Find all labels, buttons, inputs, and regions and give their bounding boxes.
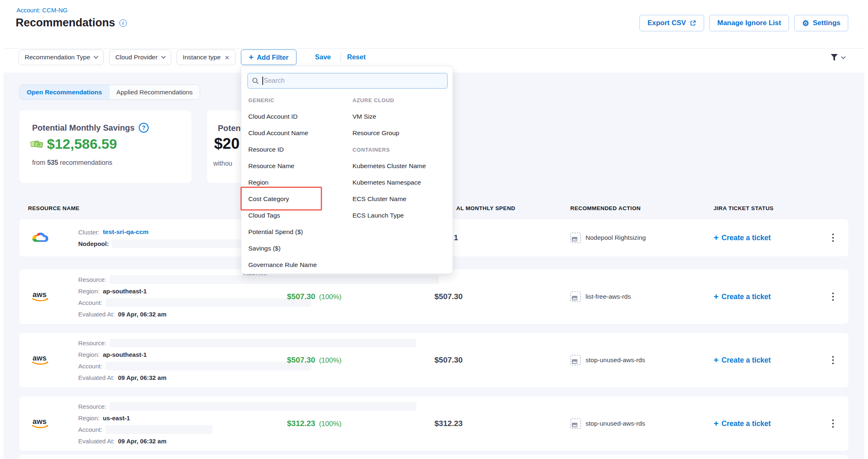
breadcrumb[interactable]: Account: CCM-NG <box>16 7 68 14</box>
filter-option-governance-rule-name[interactable]: Governance Rule Name <box>248 257 351 273</box>
pill-label: Recommendation Type <box>25 54 90 61</box>
settings-button[interactable]: ⚙ Settings <box>794 15 848 31</box>
create-ticket-link[interactable]: + Create a ticket <box>714 292 771 302</box>
filter-option-cloud-account-id[interactable]: Cloud Account ID <box>248 108 351 125</box>
filter-search[interactable] <box>247 73 448 89</box>
help-icon[interactable]: ? <box>139 123 149 133</box>
table-row[interactable]: aws Resource: Region: ap-southeast-1 Acc… <box>19 333 848 387</box>
svg-text:aws: aws <box>33 354 47 362</box>
chevron-down-icon <box>93 54 98 59</box>
cluster-link[interactable]: test-sri-qa-ccm <box>103 228 149 236</box>
filter-option-kubernetes-namespace[interactable]: Kubernetes Namespace <box>352 174 451 191</box>
filter-option-resource-id[interactable]: Resource ID <box>248 141 351 158</box>
region-value: ap-southeast-1 <box>103 351 147 358</box>
region-value: ap-southeast-1 <box>103 288 147 295</box>
filter-option-resource-name[interactable]: Resource Name <box>248 158 351 174</box>
plus-icon: + <box>714 419 719 429</box>
gcp-icon <box>31 230 48 246</box>
plus-icon: + <box>714 355 719 365</box>
evaluated-at-label: Evaluated At: <box>78 311 114 318</box>
recommended-action-label: Nodepool Rightsizing <box>586 234 646 241</box>
cluster-label: Cluster: <box>78 229 100 236</box>
potential-savings-value: $507.30 <box>287 292 315 301</box>
spend-card-title-fragment: Poten <box>218 124 241 133</box>
filter-option-ecs-launch-type[interactable]: ECS Launch Type <box>352 207 451 224</box>
filter-pill-cloud-provider[interactable]: Cloud Provider <box>109 49 171 65</box>
potential-savings-percent: (100%) <box>319 420 342 428</box>
save-filter-link[interactable]: Save <box>315 53 331 61</box>
create-ticket-link[interactable]: + Create a ticket <box>714 233 771 243</box>
create-ticket-link[interactable]: + Create a ticket <box>714 355 771 365</box>
resource-label: Resource: <box>78 276 106 283</box>
redacted-account-value <box>105 298 311 307</box>
filter-panel-toggle[interactable] <box>830 54 845 62</box>
section-title-containers: CONTAINERS <box>352 141 451 158</box>
account-label: Account: <box>78 363 102 370</box>
redacted-resource-value <box>110 339 416 347</box>
pill-label: Instance type <box>183 54 221 61</box>
annotation-highlight-cost-category <box>240 187 322 211</box>
potential-savings-value: $312.23 <box>287 419 315 428</box>
info-icon[interactable]: i <box>119 19 127 27</box>
potential-monthly-savings-card: Potential Monthly Savings ? $12,586.59 f… <box>19 110 191 183</box>
filter-option-kubernetes-cluster-name[interactable]: Kubernetes Cluster Name <box>352 158 451 174</box>
total-monthly-spend-value: $312.23 <box>434 419 463 428</box>
table-row-partial <box>19 455 848 459</box>
redacted-resource-value <box>110 402 416 411</box>
export-csv-button[interactable]: Export CSV <box>639 15 704 31</box>
column-header-resource-name: RESOURCE NAME <box>28 205 79 211</box>
table-row[interactable]: aws Resource: Region: us-east-1 Account:… <box>19 396 848 451</box>
filter-option-cloud-account-name[interactable]: Cloud Account Name <box>248 125 351 141</box>
tab-applied-recommendations[interactable]: Applied Recommendations <box>109 85 200 99</box>
table-row[interactable]: aws lightwing Resource: Region: ap-south… <box>19 269 848 324</box>
filter-pill-instance-type[interactable]: Instance type × <box>177 49 236 65</box>
recommended-action-label: stop-unused-aws-rds <box>586 356 645 364</box>
total-monthly-spend-fragment: 1 <box>454 233 458 242</box>
remove-filter-icon[interactable]: × <box>225 54 229 61</box>
filter-pills: Recommendation Type Cloud Provider Insta… <box>19 49 236 65</box>
filter-option-ecs-cluster-name[interactable]: ECS Cluster Name <box>352 191 451 207</box>
tab-open-recommendations[interactable]: Open Recommendations <box>20 85 109 99</box>
account-label: Account: <box>78 299 102 306</box>
recommendation-image-placeholder-icon <box>570 232 581 243</box>
column-header-recommended-action: RECOMMENDED ACTION <box>570 205 641 211</box>
money-icon <box>30 139 44 149</box>
filter-pill-recommendation-type[interactable]: Recommendation Type <box>19 49 104 65</box>
aws-icon: aws <box>31 289 51 304</box>
filter-option-vm-size[interactable]: VM Size <box>352 108 451 125</box>
reset-filter-link[interactable]: Reset <box>347 53 366 61</box>
recommended-action-label: stop-unused-aws-rds <box>586 420 645 427</box>
aws-icon: aws <box>31 353 51 368</box>
dropdown-column-cloud-specific: AZURE CLOUD VM Size Resource Group CONTA… <box>352 92 451 224</box>
filter-option-potential-spend[interactable]: Potential Spend ($) <box>248 224 351 240</box>
filter-option-savings[interactable]: Savings ($) <box>248 240 351 257</box>
redacted-account-value <box>105 362 311 370</box>
create-ticket-link[interactable]: + Create a ticket <box>714 419 771 429</box>
evaluated-at-value: 09 Apr, 06:32 am <box>118 311 166 318</box>
recommendation-count: 535 <box>47 159 58 166</box>
search-icon <box>252 77 259 84</box>
region-value: us-east-1 <box>103 415 130 422</box>
evaluated-at-value: 09 Apr, 06:32 am <box>118 438 166 445</box>
manage-ignore-list-button[interactable]: Manage Ignore List <box>709 15 789 31</box>
row-menu-button[interactable] <box>830 290 836 303</box>
row-menu-button[interactable] <box>830 231 836 244</box>
chevron-down-icon <box>841 54 845 59</box>
row-menu-button[interactable] <box>830 354 836 367</box>
add-filter-button[interactable]: + Add Filter <box>241 49 296 65</box>
search-input[interactable] <box>264 77 443 84</box>
spend-card-subtext-fragment: withou <box>213 160 232 167</box>
evaluated-at-label: Evaluated At: <box>78 374 114 381</box>
row-menu-button[interactable] <box>830 417 836 430</box>
plus-icon: + <box>714 233 719 243</box>
region-label: Region: <box>78 351 100 358</box>
add-filter-dropdown: GENERIC Cloud Account ID Cloud Account N… <box>241 66 453 274</box>
header-divider <box>4 48 864 49</box>
gear-icon: ⚙ <box>802 19 809 27</box>
potential-savings-value: $507.30 <box>287 356 315 365</box>
filter-links-divider <box>341 52 341 62</box>
recommendations-tabs: Open Recommendations Applied Recommendat… <box>19 84 200 100</box>
dropdown-column-generic: GENERIC Cloud Account ID Cloud Account N… <box>248 92 351 273</box>
savings-card-subtext: from 535 recommendations <box>32 159 112 166</box>
filter-option-resource-group[interactable]: Resource Group <box>352 125 451 141</box>
